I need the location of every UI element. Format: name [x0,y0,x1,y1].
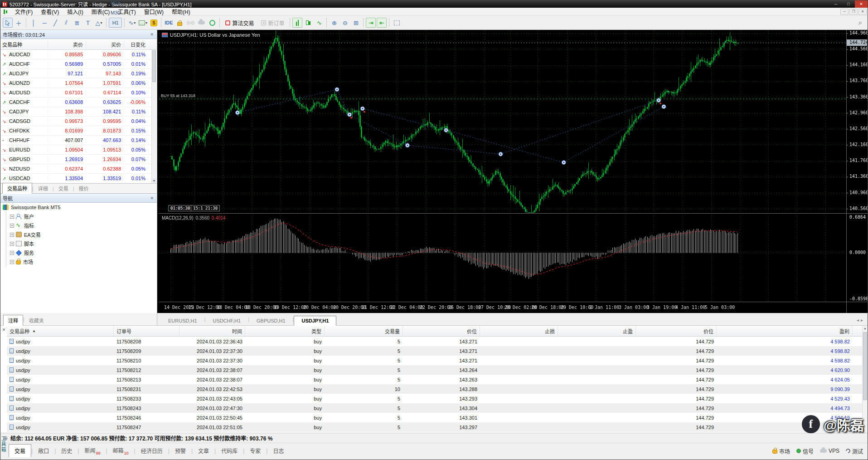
column-0[interactable]: 交易品种▲ [7,326,114,336]
expand-icon[interactable]: + [10,251,14,255]
market-watch-row[interactable]: ↘EURUSD1.095041.095130.05% [0,145,157,155]
fibonacci-tool-button[interactable]: ≣ [72,18,82,28]
scroll-down-icon[interactable]: ▼ [152,178,156,183]
expand-icon[interactable]: + [10,242,14,246]
navigator-tab-0[interactable]: 注释 [3,315,23,326]
price-chart-canvas[interactable] [159,30,868,313]
column-1[interactable]: 订单号 [114,326,179,336]
navigator-item-2[interactable]: +EA交易 [6,230,157,239]
algo-trading-button[interactable]: 算法交易 [222,18,257,28]
shortcut-1[interactable]: 信号 [796,447,814,455]
market-watch-row[interactable]: •CHFHUF407.007407.6630.14% [0,136,157,145]
navigator-close-icon[interactable]: ✕ [149,196,155,201]
market-watch-row[interactable]: ↘CHFDKK8.016998.018730.15% [0,126,157,136]
expand-icon[interactable]: + [10,224,14,228]
navigator-item-5[interactable]: +市场 [6,257,157,266]
menu-item-7[interactable]: 帮助(H) [168,9,194,16]
horizontal-line-tool-button[interactable]: ─ [39,18,49,28]
toolbox-tab-7[interactable]: 文章 [193,445,214,457]
market-watch-row[interactable]: ↘CADJPY108.398108.4210.11% [0,107,157,117]
pointer-tool-button[interactable] [3,18,13,28]
navigator-item-3[interactable]: +脚本 [6,239,157,248]
deposit-button[interactable]: $ [149,18,159,28]
community-button[interactable] [207,18,217,28]
expand-icon[interactable]: + [10,215,14,219]
column-7[interactable]: 止盈 [558,326,636,336]
chart-tab-usdjpyh1[interactable]: USDJPY,H1 [294,316,336,326]
tab-scroll-arrows[interactable]: ◂▸ [857,318,865,323]
maximize-button[interactable]: □ [842,0,855,8]
market-watch-row[interactable]: ↘NZDUSD0.623740.623880.05% [0,164,157,174]
tile-windows-button[interactable]: ⊞ [351,18,361,28]
expand-icon[interactable]: + [10,233,14,237]
column-3[interactable]: 类型 [245,326,325,336]
child-close-button[interactable]: ✕ [858,9,867,15]
ide-button[interactable]: IDE [164,18,174,28]
cloud-button[interactable] [196,18,206,28]
market-watch-scrollbar[interactable]: ▼ [151,50,156,183]
navigator-item-1[interactable]: +指标 [6,221,157,230]
column-8[interactable]: 价位 [636,326,717,336]
timeframe-button-m30[interactable]: M30 [109,8,122,18]
shortcut-0[interactable]: 市场 [772,447,790,455]
trade-row[interactable]: usdjpy1175082462024.01.03 22:50:45buy514… [7,413,862,422]
market-watch-row[interactable]: ↗AUDJPY97.12197.1430.19% [0,69,157,78]
minimize-button[interactable]: ─ [829,0,842,8]
zoom-in-button[interactable]: ⊕ [329,18,339,28]
trade-row[interactable]: usdjpy1175082092024.01.03 22:37:30buy514… [7,346,862,356]
shapes-tool-button[interactable]: △▾ [94,18,104,28]
chart-shift-button[interactable]: ⇥ [366,18,376,28]
trade-row[interactable]: usdjpy1175082332024.01.03 22:43:05buy514… [7,394,862,403]
navigator-tab-1[interactable]: 收藏夹 [24,315,48,325]
expand-icon[interactable]: + [10,260,14,264]
text-tool-button[interactable]: T [83,18,93,28]
toolbox-tab-2[interactable]: 历史 [56,445,78,457]
chart-tab-gbpusdh1[interactable]: GBPUSD,H1 [249,316,293,325]
toolbox-tab-8[interactable]: 代码库 [216,445,243,457]
crosshair-box-button[interactable] [392,18,402,28]
market-watch-close-icon[interactable]: ✕ [149,32,155,37]
trade-row[interactable]: usdjpy1175082102024.01.03 22:37:30buy514… [7,356,862,365]
navigator-root[interactable]: Swissquote Bank MT5 [0,203,157,212]
signal-broadcast-button[interactable]: ((o)) [185,18,195,28]
toolbox-tab-4[interactable]: 邮箱10 [107,444,134,457]
scrollbar-thumb[interactable] [152,50,156,82]
market-watch-tab-0[interactable]: 交易品种 [2,183,32,194]
column-daily-change[interactable]: 日变化 [124,41,146,48]
timeframe-button-m15[interactable]: M15 [109,0,122,8]
child-restore-button[interactable]: ❐ [849,9,858,15]
market-watch-tab-1[interactable]: 详细 [34,183,53,193]
search-button[interactable]: ⌕ [855,18,865,28]
market-watch-tab-2[interactable]: 交易 [54,183,73,193]
shortcut-3[interactable]: 测试 [846,447,863,455]
toolbox-tab-5[interactable]: 经济日历 [136,445,168,457]
trade-row[interactable]: usdjpy1175082312024.01.03 22:42:53buy101… [7,384,862,394]
templates-button[interactable]: ▾ [138,18,148,28]
auto-scroll-button[interactable]: ⇤ [377,18,387,28]
crosshair-tool-button[interactable]: ＋ [14,18,24,28]
trade-row[interactable]: usdjpy1175082122024.01.03 22:38:07buy514… [7,365,862,375]
channel-tool-button[interactable]: ⫽ [61,18,71,28]
column-9[interactable]: 盈利 [717,326,853,336]
market-watch-row[interactable]: ↘AUDUSD0.671010.671140.10% [0,88,157,98]
column-ask[interactable]: 买价 [86,41,124,48]
toolbox-tab-3[interactable]: 新闻99 [79,444,106,457]
menu-item-3[interactable]: 插入(I) [63,9,87,16]
column-6[interactable]: 止损 [480,326,558,336]
market-watch-row[interactable]: ↘CADSGD0.995730.995950.04% [0,117,157,126]
vertical-line-tool-button[interactable]: │ [29,18,39,28]
child-minimize-button[interactable]: ─ [840,9,849,15]
trendline-tool-button[interactable]: ╱ [50,18,60,28]
menu-item-6[interactable]: 窗口(W) [140,9,168,16]
chart-tab-usdchfh1[interactable]: USDCHF,H1 [205,316,248,325]
column-bid[interactable]: 卖价 [48,41,86,48]
market-watch-row[interactable]: ↘AUDCAD0.895850.896060.11% [0,50,157,59]
column-symbol[interactable]: 交易品种 [0,41,48,48]
candle-chart-type-button[interactable] [303,18,313,28]
scroll-up-icon[interactable]: ▲ [863,327,868,330]
toolbox-tab-1[interactable]: 敞口 [33,445,54,457]
market-watch-row[interactable]: ↗AUDCHF0.569890.570050.01% [0,59,157,69]
zoom-out-button[interactable]: ⊖ [340,18,350,28]
indicators-button[interactable]: ∿▾ [127,18,137,28]
trade-row[interactable]: usdjpy1175082472024.01.03 22:51:05buy514… [7,422,862,432]
